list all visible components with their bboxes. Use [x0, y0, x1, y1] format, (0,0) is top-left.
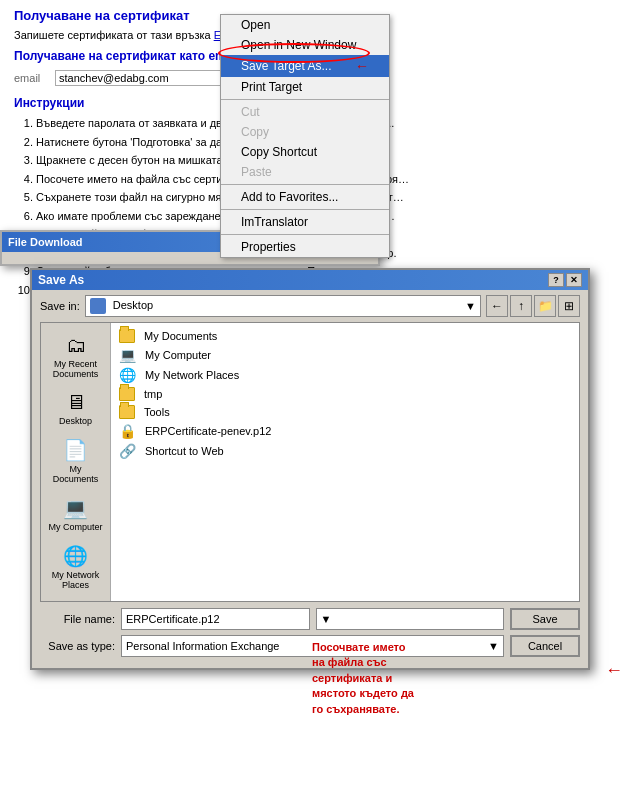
my-documents-icon: 📄: [63, 438, 88, 462]
context-menu-copy: Copy: [221, 122, 389, 142]
context-menu-cut: Cut: [221, 102, 389, 122]
file-item-network-places[interactable]: 🌐 My Network Places: [115, 365, 575, 385]
my-documents-label: My Documents: [47, 464, 104, 484]
context-menu-imtranslator[interactable]: ImTranslator: [221, 212, 389, 232]
context-menu-open-new-window[interactable]: Open in New Window: [221, 35, 389, 55]
folder-icon: [119, 387, 135, 401]
folder-icon: [119, 405, 135, 419]
save-as-toolbar: Save in: Desktop ▼ ← ↑ 📁 ⊞: [32, 290, 588, 322]
save-in-value: Desktop: [90, 298, 153, 314]
email-label: email: [14, 72, 49, 84]
dropdown-arrow: ▼: [465, 300, 476, 312]
savetype-row: Save as type: Personal Information Excha…: [40, 635, 580, 657]
network-places-icon: 🌐: [63, 544, 88, 568]
separator-1: [221, 99, 389, 100]
sidebar-item-computer[interactable]: 💻 My Computer: [45, 493, 106, 535]
context-menu-container: Open Open in New Window Save Target As..…: [220, 14, 390, 258]
save-in-dropdown[interactable]: Desktop ▼: [85, 295, 481, 317]
save-as-bottom: File name: ▼ Save Save as type: Personal…: [32, 602, 588, 668]
computer-icon: 💻: [119, 347, 136, 363]
file-name: ERPCertificate-penev.p12: [145, 425, 271, 437]
desktop-icon-sidebar: 🖥: [66, 391, 86, 414]
separator-2: [221, 184, 389, 185]
dropdown-arrow: ▼: [488, 640, 499, 652]
file-name: tmp: [144, 388, 162, 400]
save-as-titlebar: Save As ? ✕: [32, 270, 588, 290]
my-computer-icon: 💻: [63, 496, 88, 520]
network-places-label: My Network Places: [47, 570, 104, 590]
sidebar-item-recent[interactable]: 🗂 My Recent Documents: [45, 331, 106, 382]
file-name: My Network Places: [145, 369, 239, 381]
recent-documents-label: My Recent Documents: [47, 359, 104, 379]
save-as-title: Save As: [38, 273, 84, 287]
view-button[interactable]: ⊞: [558, 295, 580, 317]
sidebar-item-desktop[interactable]: 🖥 Desktop: [45, 388, 106, 429]
annotation-text: Посочвате името на файла със сертификата…: [312, 640, 472, 717]
savetype-value: Personal Information Exchange: [126, 640, 279, 652]
cert-line-prefix: Запишете сертификата от тази връзка: [14, 29, 211, 41]
file-item-my-documents[interactable]: My Documents: [115, 327, 575, 345]
file-item-my-computer[interactable]: 💻 My Computer: [115, 345, 575, 365]
saveas-titlebar-btns: ? ✕: [548, 273, 582, 287]
network-icon: 🌐: [119, 367, 136, 383]
toolbar-buttons: ← ↑ 📁 ⊞: [486, 295, 580, 317]
context-menu: Open Open in New Window Save Target As..…: [220, 14, 390, 258]
file-item-tmp[interactable]: tmp: [115, 385, 575, 403]
save-button[interactable]: Save: [510, 608, 580, 630]
desktop-icon: [90, 298, 106, 314]
save-target-as-label: Save Target As...: [241, 59, 332, 73]
context-menu-copy-shortcut[interactable]: Copy Shortcut: [221, 142, 389, 162]
save-as-dialog: Save As ? ✕ Save in: Desktop ▼ ← ↑ 📁 ⊞ 🗂: [30, 268, 590, 670]
folder-icon: [119, 329, 135, 343]
separator-3: [221, 209, 389, 210]
my-computer-label: My Computer: [48, 522, 102, 532]
up-button[interactable]: ↑: [510, 295, 532, 317]
savetype-label: Save as type:: [40, 640, 115, 652]
file-list: My Documents 💻 My Computer 🌐 My Network …: [111, 323, 579, 601]
separator-4: [221, 234, 389, 235]
help-button[interactable]: ?: [548, 273, 564, 287]
save-in-label: Save in:: [40, 300, 80, 312]
filename-input[interactable]: [121, 608, 310, 630]
recent-documents-icon: 🗂: [66, 334, 86, 357]
context-menu-properties[interactable]: Properties: [221, 237, 389, 257]
desktop-label: Desktop: [113, 299, 153, 311]
file-name: My Documents: [144, 330, 217, 342]
file-name: Shortcut to Web: [145, 445, 224, 457]
file-name: Tools: [144, 406, 170, 418]
back-button[interactable]: ←: [486, 295, 508, 317]
file-item-tools[interactable]: Tools: [115, 403, 575, 421]
arrow-indicator: ←: [355, 58, 369, 74]
context-menu-paste: Paste: [221, 162, 389, 182]
file-download-title: File Download: [8, 236, 83, 248]
context-menu-save-target-as[interactable]: Save Target As... ←: [221, 55, 389, 77]
context-menu-add-favorites[interactable]: Add to Favorites...: [221, 187, 389, 207]
cancel-button[interactable]: Cancel: [510, 635, 580, 657]
close-button[interactable]: ✕: [566, 273, 582, 287]
filename-label: File name:: [40, 613, 115, 625]
save-as-main-area: 🗂 My Recent Documents 🖥 Desktop 📄 My Doc…: [40, 322, 580, 602]
context-menu-open[interactable]: Open: [221, 15, 389, 35]
filename-dropdown-arrow[interactable]: ▼: [316, 608, 505, 630]
filename-row: File name: ▼ Save: [40, 608, 580, 630]
save-as-sidebar: 🗂 My Recent Documents 🖥 Desktop 📄 My Doc…: [41, 323, 111, 601]
file-name: My Computer: [145, 349, 211, 361]
desktop-label-sidebar: Desktop: [59, 416, 92, 426]
red-arrow-save: ←: [605, 660, 623, 681]
sidebar-item-documents[interactable]: 📄 My Documents: [45, 435, 106, 487]
cert-file-icon: 🔒: [119, 423, 136, 439]
new-folder-button[interactable]: 📁: [534, 295, 556, 317]
file-item-shortcut[interactable]: 🔗 Shortcut to Web: [115, 441, 575, 461]
shortcut-icon: 🔗: [119, 443, 136, 459]
sidebar-item-network[interactable]: 🌐 My Network Places: [45, 541, 106, 593]
file-item-erpcert[interactable]: 🔒 ERPCertificate-penev.p12: [115, 421, 575, 441]
context-menu-print-target[interactable]: Print Target: [221, 77, 389, 97]
